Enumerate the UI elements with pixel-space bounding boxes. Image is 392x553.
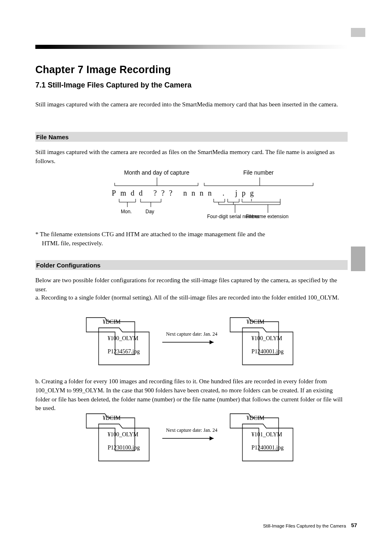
filename-diagram: Month and day of capture File number Pmd…	[112, 169, 325, 231]
intro-paragraph: Still images captured with the camera ar…	[35, 100, 348, 109]
file-right: P1240001.jpg	[251, 445, 284, 451]
running-footer: Still-Image Files Captured by the Camera	[263, 523, 346, 528]
subhead-file-names: File Names	[35, 132, 348, 142]
arrow-label: Next capture date: Jan. 24	[166, 331, 217, 337]
folder-left: ¥100_OLYM	[108, 431, 138, 438]
diagram-b: ¥DCIM ¥100_OLYM P1230100.jpg Next captur…	[82, 408, 312, 482]
filename-diagram-svg	[112, 169, 325, 231]
bullet-b-text: Creating a folder for every 100 images a…	[35, 378, 343, 411]
file-right: P1240001.jpg	[251, 348, 284, 355]
root-right: ¥DCIM	[247, 415, 265, 422]
arrow-label: Next capture date: Jan. 24	[166, 427, 217, 433]
filename-note-line1: * The filename extensions CTG and HTM ar…	[35, 230, 348, 239]
subhead-label: File Names	[35, 134, 69, 141]
root-left: ¥DCIM	[103, 415, 121, 422]
header-bar	[351, 28, 365, 37]
side-tab	[351, 247, 365, 271]
svg-marker-32	[210, 340, 214, 344]
root-left: ¥DCIM	[103, 319, 121, 325]
file-left: P1234567.jpg	[108, 348, 140, 355]
bullet-a-label: a.	[35, 294, 39, 301]
subhead-label: Folder Configurations	[35, 262, 101, 269]
page-number: 57	[351, 522, 357, 528]
filename-note-line2: HTML file, respectively.	[42, 239, 354, 248]
file-left: P1230100.jpg	[108, 445, 140, 451]
page: Chapter 7 Image Recording 7.1 Still-Imag…	[0, 0, 392, 553]
diagram-a: ¥DCIM ¥100_OLYM P1234567.jpg Next captur…	[82, 311, 312, 385]
svg-marker-34	[210, 436, 214, 440]
bullet-b-label: b.	[35, 378, 40, 385]
bullet-a-text: Recording to a single folder (normal set…	[41, 294, 339, 301]
filenames-paragraph: Still images captured with the camera ar…	[35, 148, 348, 166]
folder-left: ¥100_OLYM	[108, 335, 138, 342]
part-day: Day	[145, 209, 154, 214]
group-month-day: Month and day of capture	[124, 169, 189, 176]
folder-right: ¥100_OLYM	[251, 335, 282, 342]
chapter-title: Chapter 7 Image Recording	[35, 64, 171, 76]
part-serial: Four-digit serial number	[207, 214, 259, 219]
root-right: ¥DCIM	[247, 319, 265, 325]
filename-example: Pmdd ??? nnnn . jpg	[112, 189, 258, 198]
part-month: Mon.	[121, 209, 132, 214]
bullet-a: a. Recording to a single folder (normal …	[35, 293, 348, 302]
group-file-number: File number	[243, 169, 274, 176]
gradient-divider	[35, 45, 348, 49]
configs-lead: Below are two possible folder configurat…	[35, 276, 348, 294]
section-title: 7.1 Still-Image Files Captured by the Ca…	[35, 81, 191, 90]
folder-right: ¥101_OLYM	[251, 431, 282, 438]
subhead-folder-configs: Folder Configurations	[35, 260, 348, 270]
